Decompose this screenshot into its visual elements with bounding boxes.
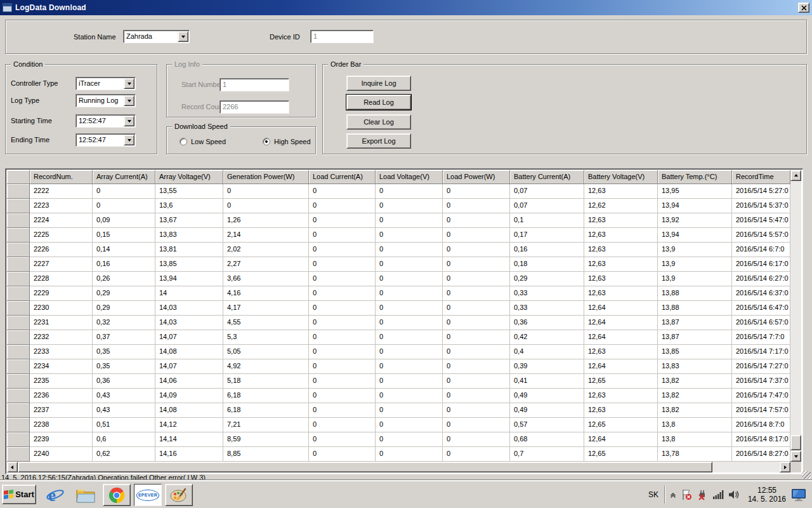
table-cell[interactable]: 2232 <box>30 330 93 345</box>
table-cell[interactable]: 14,03 <box>155 316 223 330</box>
table-cell[interactable]: 13,8 <box>658 418 732 432</box>
table-cell[interactable]: 0,29 <box>510 272 584 286</box>
table-cell[interactable]: 0 <box>443 257 510 272</box>
table-cell[interactable]: 0,36 <box>93 374 155 389</box>
table-cell[interactable]: 2016/5/14 6:17:0 <box>732 257 790 272</box>
table-cell[interactable]: 2229 <box>30 286 93 301</box>
table-cell[interactable]: 0 <box>443 359 510 374</box>
column-header[interactable]: Generation Power(W) <box>223 170 309 184</box>
table-cell[interactable]: 0 <box>309 447 376 462</box>
table-cell[interactable]: 13,85 <box>155 257 223 272</box>
row-header[interactable] <box>7 403 30 418</box>
table-cell[interactable]: 12,65 <box>584 418 658 432</box>
scroll-right-button[interactable] <box>780 462 790 472</box>
table-cell[interactable]: 0,41 <box>510 374 584 389</box>
scroll-left-button[interactable] <box>7 462 18 472</box>
row-header[interactable] <box>7 359 30 374</box>
table-cell[interactable]: 14,03 <box>155 301 223 316</box>
column-header[interactable]: Battery Current(A) <box>510 170 584 184</box>
table-cell[interactable]: 12,62 <box>584 199 658 213</box>
table-cell[interactable]: 0 <box>443 330 510 345</box>
table-cell[interactable]: 2016/5/14 6:27:0 <box>732 272 790 286</box>
table-cell[interactable]: 0,15 <box>93 228 155 243</box>
table-row[interactable]: 22330,3514,085,050000,412,6313,852016/5/… <box>7 345 790 359</box>
row-header[interactable] <box>7 199 30 213</box>
table-cell[interactable]: 14,12 <box>155 418 223 432</box>
table-cell[interactable]: 13,88 <box>658 301 732 316</box>
table-cell[interactable]: 13,94 <box>658 199 732 213</box>
table-cell[interactable]: 2016/5/14 7:27:0 <box>732 359 790 374</box>
table-cell[interactable]: 13,94 <box>155 272 223 286</box>
combo-dropdown-button[interactable] <box>124 135 134 145</box>
table-cell[interactable]: 0 <box>309 243 376 257</box>
table-cell[interactable]: 0 <box>443 286 510 301</box>
table-cell[interactable]: 12,63 <box>584 228 658 243</box>
table-cell[interactable]: 0 <box>376 330 443 345</box>
row-header[interactable] <box>7 228 30 243</box>
table-cell[interactable]: 0 <box>443 447 510 462</box>
show-hidden-icons-button[interactable] <box>670 491 676 498</box>
table-cell[interactable]: 1,26 <box>223 213 309 228</box>
field-combo[interactable]: iTracer <box>75 77 136 90</box>
table-cell[interactable]: 13,9 <box>658 257 732 272</box>
table-row[interactable]: 22290,29144,160000,3312,6313,882016/5/14… <box>7 286 790 301</box>
table-cell[interactable]: 13,6 <box>155 199 223 213</box>
table-cell[interactable]: 2240 <box>30 447 93 462</box>
table-cell[interactable]: 0 <box>309 228 376 243</box>
table-cell[interactable]: 4,16 <box>223 286 309 301</box>
table-cell[interactable]: 0,51 <box>93 418 155 432</box>
table-cell[interactable]: 2016/5/14 8:17:0 <box>732 432 790 447</box>
table-cell[interactable]: 14,16 <box>155 447 223 462</box>
column-header[interactable]: Load Voltage(V) <box>376 170 443 184</box>
table-cell[interactable]: 0,39 <box>510 359 584 374</box>
table-cell[interactable]: 13,94 <box>658 228 732 243</box>
row-header[interactable] <box>7 301 30 316</box>
row-header[interactable] <box>7 243 30 257</box>
table-cell[interactable]: 2233 <box>30 345 93 359</box>
table-cell[interactable]: 0,07 <box>510 199 584 213</box>
row-header[interactable] <box>7 316 30 330</box>
table-cell[interactable]: 0 <box>443 403 510 418</box>
table-cell[interactable]: 2016/5/14 7:7:0 <box>732 330 790 345</box>
table-cell[interactable]: 13,82 <box>658 389 732 403</box>
table-cell[interactable]: 0 <box>443 213 510 228</box>
table-cell[interactable]: 2237 <box>30 403 93 418</box>
scroll-up-button[interactable] <box>790 170 801 181</box>
table-row[interactable]: 22320,3714,075,30000,4212,6413,872016/5/… <box>7 330 790 345</box>
table-cell[interactable]: 0 <box>443 345 510 359</box>
table-cell[interactable]: 2016/5/14 6:47:0 <box>732 301 790 316</box>
table-cell[interactable]: 2016/5/14 6:7:0 <box>732 243 790 257</box>
table-cell[interactable]: 14 <box>155 286 223 301</box>
table-cell[interactable]: 2231 <box>30 316 93 330</box>
table-cell[interactable]: 2016/5/14 5:27:0 <box>732 184 790 199</box>
column-header[interactable]: Array Current(A) <box>93 170 155 184</box>
table-cell[interactable]: 0,1 <box>510 213 584 228</box>
table-cell[interactable]: 14,07 <box>155 359 223 374</box>
table-cell[interactable]: 0 <box>376 403 443 418</box>
horizontal-scrollbar[interactable] <box>7 462 790 472</box>
table-cell[interactable]: 0,57 <box>510 418 584 432</box>
table-cell[interactable]: 2234 <box>30 359 93 374</box>
table-cell[interactable]: 14,08 <box>155 345 223 359</box>
table-cell[interactable]: 12,64 <box>584 316 658 330</box>
table-cell[interactable]: 0 <box>443 418 510 432</box>
table-cell[interactable]: 0,14 <box>93 243 155 257</box>
table-cell[interactable]: 0 <box>376 374 443 389</box>
table-cell[interactable]: 0,16 <box>510 243 584 257</box>
table-cell[interactable]: 0,42 <box>510 330 584 345</box>
combo-dropdown-button[interactable] <box>124 78 134 89</box>
table-cell[interactable]: 0 <box>376 213 443 228</box>
table-cell[interactable]: 0,43 <box>93 389 155 403</box>
table-cell[interactable]: 0,37 <box>93 330 155 345</box>
order-button[interactable]: Clear Log <box>346 114 411 130</box>
combo-dropdown-button[interactable] <box>178 31 188 42</box>
table-cell[interactable]: 0 <box>309 272 376 286</box>
table-cell[interactable]: 2222 <box>30 184 93 199</box>
table-cell[interactable]: 0,4 <box>510 345 584 359</box>
start-button[interactable]: Start <box>2 485 36 504</box>
table-cell[interactable]: 2,14 <box>223 228 309 243</box>
table-cell[interactable]: 12,63 <box>584 389 658 403</box>
table-cell[interactable]: 2239 <box>30 432 93 447</box>
table-row[interactable]: 2222013,5500000,0712,6313,952016/5/14 5:… <box>7 184 790 199</box>
table-cell[interactable]: 0,18 <box>510 257 584 272</box>
